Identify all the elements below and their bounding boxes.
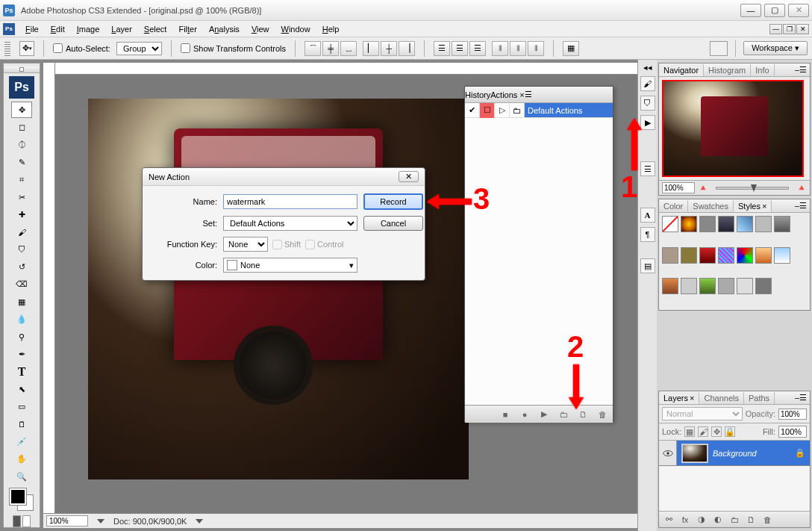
align-right-icon[interactable]: ▕ (399, 41, 415, 56)
style-swatch[interactable] (718, 247, 734, 264)
dock-collapse-icon[interactable]: ◂◂ (641, 63, 655, 72)
show-transform-checkbox[interactable]: Show Transform Controls (181, 43, 286, 53)
path-select-tool[interactable]: ⬉ (11, 381, 32, 397)
menu-window[interactable]: Window (275, 22, 316, 36)
tab-actions[interactable]: Actions × (490, 90, 525, 99)
style-swatch[interactable] (699, 278, 716, 294)
tab-swatches[interactable]: Swatches (688, 200, 734, 212)
menu-filter[interactable]: Filter (172, 22, 202, 36)
style-swatch[interactable] (681, 216, 697, 232)
maximize-button[interactable]: ▢ (764, 4, 785, 17)
shape-tool[interactable]: ▭ (11, 398, 32, 414)
brushes-panel-icon[interactable]: 🖌 (640, 76, 655, 91)
panel-menu-icon[interactable]: –☰ (795, 201, 807, 211)
distribute-vcenter-icon[interactable]: ☰ (452, 41, 468, 56)
dialog-close-button[interactable]: ✕ (399, 171, 419, 182)
style-swatch[interactable] (718, 278, 734, 294)
auto-select-mode[interactable]: Group (116, 42, 162, 55)
zoom-in-icon[interactable]: 🔺 (796, 183, 807, 193)
history-brush-tool[interactable]: ↺ (11, 258, 32, 275)
zoom-input[interactable] (46, 515, 88, 527)
quick-select-tool[interactable]: ✎ (11, 154, 32, 170)
style-swatch[interactable] (737, 247, 753, 264)
new-layer-icon[interactable]: 🗋 (744, 514, 758, 526)
stamp-tool[interactable]: ⛉ (11, 241, 32, 258)
delete-action-icon[interactable]: 🗑 (596, 409, 608, 420)
tab-paths[interactable]: Paths (744, 392, 775, 404)
delete-layer-icon[interactable]: 🗑 (761, 514, 774, 526)
function-key-select[interactable]: None (223, 237, 268, 252)
layer-row[interactable]: Background 🔒 (659, 441, 810, 466)
style-swatch[interactable] (755, 247, 772, 264)
go-bridge-icon[interactable] (710, 41, 728, 56)
align-top-icon[interactable]: ⎴ (304, 41, 321, 56)
pen-tool[interactable]: ✒ (11, 346, 32, 362)
toolbox-grip[interactable] (4, 66, 40, 73)
new-group-icon[interactable]: 🗀 (728, 514, 741, 526)
actions-set-row[interactable]: ✔ ☐ ▷ 🗀 Default Actions (465, 103, 613, 118)
layer-thumbnail[interactable] (681, 444, 708, 463)
align-vcenter-icon[interactable]: ╪ (322, 41, 339, 56)
distribute-right-icon[interactable]: ⦀ (528, 41, 544, 56)
distribute-bottom-icon[interactable]: ☰ (469, 41, 486, 56)
workspace-button[interactable]: Workspace ▾ (743, 41, 808, 55)
style-swatch[interactable] (755, 216, 772, 232)
auto-select-checkbox[interactable]: Auto-Select: (53, 43, 110, 53)
style-swatch[interactable] (662, 247, 678, 264)
opacity-input[interactable] (778, 409, 807, 420)
menu-file[interactable]: File (19, 22, 45, 36)
dodge-tool[interactable]: ⚲ (11, 329, 32, 345)
canvas[interactable] (88, 99, 469, 479)
slice-tool[interactable]: ✂ (11, 189, 32, 205)
action-name-input[interactable] (223, 194, 357, 209)
layer-mask-icon[interactable]: ◑ (695, 514, 708, 526)
panel-menu-icon[interactable]: –☰ (795, 393, 807, 403)
record-action-icon[interactable]: ● (519, 409, 531, 420)
style-swatch[interactable] (699, 247, 716, 264)
style-swatch[interactable] (681, 278, 697, 294)
action-toggle-check[interactable]: ✔ (465, 103, 480, 118)
style-swatch[interactable] (774, 216, 790, 232)
auto-align-icon[interactable]: ▦ (563, 41, 579, 56)
align-bottom-icon[interactable]: ⎵ (340, 41, 357, 56)
panel-menu-icon[interactable]: –☰ (795, 65, 807, 75)
style-swatch[interactable] (699, 216, 716, 232)
tab-info[interactable]: Info (751, 64, 774, 76)
nav-zoom-input[interactable] (662, 182, 695, 193)
doc-restore-button[interactable]: ❐ (783, 24, 796, 34)
action-dialog-toggle[interactable]: ☐ (480, 103, 495, 118)
style-swatch[interactable] (737, 278, 753, 294)
lock-pixels-icon[interactable]: ▦ (684, 426, 695, 437)
zoom-tool[interactable]: 🔍 (11, 468, 32, 485)
layer-visibility-icon[interactable] (659, 441, 677, 465)
control-checkbox[interactable]: Control (305, 240, 343, 249)
foreground-color[interactable] (10, 488, 26, 505)
menu-analysis[interactable]: Analysis (203, 22, 246, 36)
color-swatches[interactable] (10, 488, 34, 511)
menu-help[interactable]: Help (316, 22, 346, 36)
close-button[interactable]: ✕ (788, 4, 809, 17)
style-swatch[interactable] (681, 247, 697, 264)
options-grip[interactable] (4, 41, 10, 56)
lock-paint-icon[interactable]: 🖌 (698, 426, 708, 437)
tab-histogram[interactable]: Histogram (704, 64, 751, 76)
layer-style-icon[interactable]: fx (678, 514, 692, 526)
doc-close-button[interactable]: ✕ (796, 24, 809, 34)
actions-panel-icon[interactable]: ▤ (640, 258, 655, 273)
style-swatch[interactable] (774, 247, 790, 264)
zoom-menu-icon[interactable] (97, 519, 104, 524)
distribute-hcenter-icon[interactable]: ⦀ (510, 41, 526, 56)
distribute-left-icon[interactable]: ⦀ (492, 41, 508, 56)
action-set-select[interactable]: Default Actions (223, 216, 357, 231)
vertical-ruler[interactable] (43, 63, 55, 513)
lock-all-icon[interactable]: 🔒 (725, 426, 735, 437)
tab-layers[interactable]: Layers × (659, 392, 699, 404)
tab-channels[interactable]: Channels (699, 392, 743, 404)
stop-action-icon[interactable]: ■ (499, 409, 511, 420)
move-tool[interactable]: ✥ (11, 102, 32, 118)
paragraph-panel-icon[interactable]: ¶ (640, 227, 655, 242)
lock-move-icon[interactable]: ✥ (711, 426, 722, 437)
crop-tool[interactable]: ⌗ (11, 171, 32, 187)
lasso-tool[interactable]: ⏀ (11, 137, 32, 153)
quick-mask-toggle[interactable] (13, 515, 31, 527)
